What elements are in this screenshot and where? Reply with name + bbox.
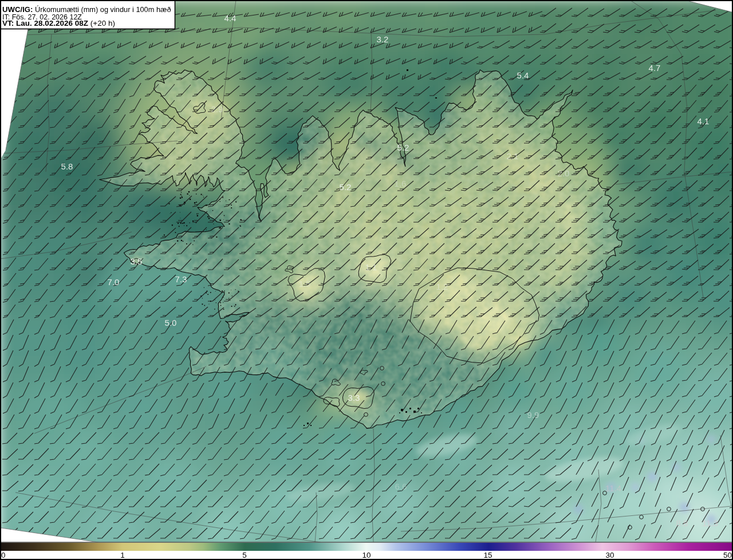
svg-text:3.5: 3.5 [131,257,143,266]
svg-text:5.8: 5.8 [61,161,73,171]
svg-text:3.2: 3.2 [377,34,389,44]
svg-text:4.7: 4.7 [649,63,661,73]
svg-text:7.0: 7.0 [108,277,120,287]
svg-text:3.3: 3.3 [348,393,360,403]
svg-text:6.6: 6.6 [395,482,407,491]
svg-text:9.9: 9.9 [527,410,539,420]
svg-text:8.8: 8.8 [676,518,688,528]
svg-text:5.0: 5.0 [165,318,177,328]
svg-text:50: 50 [723,551,732,559]
svg-text:10: 10 [362,551,371,559]
svg-text:1: 1 [120,551,125,559]
svg-text:UWC/IG: Úrkomumætti (mm) og vi: UWC/IG: Úrkomumætti (mm) og vindur i 100… [2,5,171,14]
svg-text:4.4: 4.4 [224,13,237,23]
svg-text:1.5: 1.5 [299,279,311,289]
svg-text:7.3: 7.3 [175,274,187,284]
svg-text:1.2: 1.2 [436,282,448,291]
svg-text:30: 30 [605,551,614,559]
svg-text:5.2: 5.2 [397,143,409,152]
svg-text:4.1: 4.1 [697,116,710,126]
svg-text:2.1: 2.1 [507,151,519,161]
svg-text:1.6: 1.6 [395,179,407,188]
svg-text:2.0: 2.0 [558,168,570,178]
svg-text:5: 5 [242,551,247,559]
svg-text:1.1: 1.1 [365,262,377,272]
svg-text:0: 0 [1,551,6,559]
svg-text:11.4: 11.4 [605,483,621,493]
svg-text:11.3: 11.3 [702,518,718,528]
svg-text:5.4: 5.4 [517,70,529,80]
svg-text:15: 15 [483,551,492,559]
svg-text:2.9: 2.9 [211,104,223,114]
svg-text:VT: Lau. 28.02.2026 08Z (+20 h: VT: Lau. 28.02.2026 08Z (+20 h) [2,19,115,27]
svg-text:5.2: 5.2 [340,182,352,192]
